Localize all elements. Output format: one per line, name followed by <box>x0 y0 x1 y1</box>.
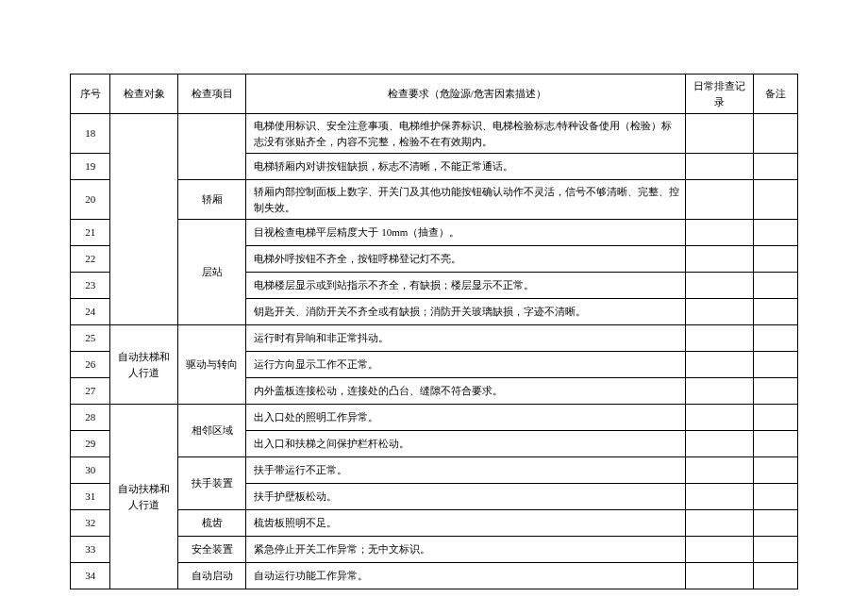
header-seq: 序号 <box>71 75 110 114</box>
cell-desc: 扶手护壁板松动。 <box>246 484 686 510</box>
cell-rec <box>686 484 754 510</box>
cell-desc: 扶手带运行不正常。 <box>246 457 686 484</box>
table-row: 20 轿厢 轿厢内部控制面板上数字、开关门及其他功能按钮确认动作不灵活，信号不够… <box>71 180 798 220</box>
cell-seq: 21 <box>71 220 110 246</box>
cell-note <box>754 246 798 273</box>
cell-seq: 31 <box>71 484 110 510</box>
cell-note <box>754 510 798 537</box>
cell-item: 自动启动 <box>178 563 246 589</box>
cell-rec <box>686 457 754 484</box>
cell-obj-blank <box>110 114 178 325</box>
cell-rec <box>686 431 754 457</box>
table-row: 25 自动扶梯和人行道 驱动与转向 运行时有异响和非正常抖动。 <box>71 325 798 352</box>
cell-rec <box>686 537 754 563</box>
cell-desc: 钥匙开关、消防开关不齐全或有缺损；消防开关玻璃缺损，字迹不清晰。 <box>246 299 686 325</box>
cell-note <box>754 325 798 352</box>
cell-note <box>754 352 798 378</box>
cell-item: 轿厢 <box>178 180 246 220</box>
cell-seq: 20 <box>71 180 110 220</box>
cell-seq: 27 <box>71 378 110 405</box>
cell-obj: 自动扶梯和人行道 <box>110 405 178 589</box>
header-rec: 日常排查记录 <box>686 75 754 114</box>
cell-note <box>754 273 798 299</box>
header-item: 检查项目 <box>178 75 246 114</box>
cell-rec <box>686 180 754 220</box>
table-row: 33 安全装置 紧急停止开关工作异常；无中文标识。 <box>71 537 798 563</box>
cell-desc: 出入口和扶梯之间保护栏杆松动。 <box>246 431 686 457</box>
cell-seq: 33 <box>71 537 110 563</box>
cell-seq: 34 <box>71 563 110 589</box>
table-row: 34 自动启动 自动运行功能工作异常。 <box>71 563 798 589</box>
cell-rec <box>686 563 754 589</box>
cell-rec <box>686 154 754 180</box>
cell-rec <box>686 352 754 378</box>
cell-desc: 电梯外呼按钮不齐全，按钮呼梯登记灯不亮。 <box>246 246 686 273</box>
header-note: 备注 <box>754 75 798 114</box>
header-desc: 检查要求（危险源/危害因素描述） <box>246 75 686 114</box>
cell-note <box>754 299 798 325</box>
cell-note <box>754 563 798 589</box>
cell-desc: 内外盖板连接松动，连接处的凸台、缝隙不符合要求。 <box>246 378 686 405</box>
cell-note <box>754 378 798 405</box>
cell-desc: 目视检查电梯平层精度大于 10mm（抽查）。 <box>246 220 686 246</box>
cell-rec <box>686 299 754 325</box>
cell-note <box>754 431 798 457</box>
cell-rec <box>686 114 754 154</box>
cell-note <box>754 484 798 510</box>
cell-note <box>754 537 798 563</box>
cell-rec <box>686 378 754 405</box>
cell-obj: 自动扶梯和人行道 <box>110 325 178 405</box>
cell-seq: 29 <box>71 431 110 457</box>
cell-seq: 32 <box>71 510 110 537</box>
cell-seq: 30 <box>71 457 110 484</box>
cell-desc: 自动运行功能工作异常。 <box>246 563 686 589</box>
cell-desc: 电梯轿厢内对讲按钮缺损，标志不清晰，不能正常通话。 <box>246 154 686 180</box>
cell-seq: 26 <box>71 352 110 378</box>
cell-seq: 28 <box>71 405 110 431</box>
table-row: 21 层站 目视检查电梯平层精度大于 10mm（抽查）。 <box>71 220 798 246</box>
cell-rec <box>686 246 754 273</box>
cell-seq: 18 <box>71 114 110 154</box>
cell-desc: 梳齿板照明不足。 <box>246 510 686 537</box>
cell-rec <box>686 325 754 352</box>
cell-seq: 19 <box>71 154 110 180</box>
cell-item: 梳齿 <box>178 510 246 537</box>
table-row: 30 扶手装置 扶手带运行不正常。 <box>71 457 798 484</box>
table-header-row: 序号 检查对象 检查项目 检查要求（危险源/危害因素描述） 日常排查记录 备注 <box>71 75 798 114</box>
table-row: 28 自动扶梯和人行道 相邻区域 出入口处的照明工作异常。 <box>71 405 798 431</box>
cell-item-blank <box>178 114 246 180</box>
cell-note <box>754 154 798 180</box>
cell-seq: 22 <box>71 246 110 273</box>
cell-item: 扶手装置 <box>178 457 246 510</box>
cell-note <box>754 220 798 246</box>
cell-desc: 电梯楼层显示或到站指示不齐全，有缺损；楼层显示不正常。 <box>246 273 686 299</box>
header-obj: 检查对象 <box>110 75 178 114</box>
cell-desc: 运行时有异响和非正常抖动。 <box>246 325 686 352</box>
cell-item: 驱动与转向 <box>178 325 246 405</box>
cell-item: 安全装置 <box>178 537 246 563</box>
cell-rec <box>686 405 754 431</box>
cell-desc: 轿厢内部控制面板上数字、开关门及其他功能按钮确认动作不灵活，信号不够清晰、完整、… <box>246 180 686 220</box>
cell-rec <box>686 510 754 537</box>
table-row: 32 梳齿 梳齿板照明不足。 <box>71 510 798 537</box>
table-row: 18 电梯使用标识、安全注意事项、电梯维护保养标识、电梯检验标志/特种设备使用（… <box>71 114 798 154</box>
cell-seq: 23 <box>71 273 110 299</box>
cell-desc: 运行方向显示工作不正常。 <box>246 352 686 378</box>
cell-item: 相邻区域 <box>178 405 246 457</box>
cell-note <box>754 180 798 220</box>
cell-desc: 电梯使用标识、安全注意事项、电梯维护保养标识、电梯检验标志/特种设备使用（检验）… <box>246 114 686 154</box>
cell-note <box>754 114 798 154</box>
cell-note <box>754 405 798 431</box>
cell-seq: 24 <box>71 299 110 325</box>
cell-note <box>754 457 798 484</box>
cell-rec <box>686 220 754 246</box>
inspection-table: 序号 检查对象 检查项目 检查要求（危险源/危害因素描述） 日常排查记录 备注 … <box>70 74 798 589</box>
cell-desc: 紧急停止开关工作异常；无中文标识。 <box>246 537 686 563</box>
cell-desc: 出入口处的照明工作异常。 <box>246 405 686 431</box>
cell-item: 层站 <box>178 220 246 325</box>
cell-seq: 25 <box>71 325 110 352</box>
cell-rec <box>686 273 754 299</box>
